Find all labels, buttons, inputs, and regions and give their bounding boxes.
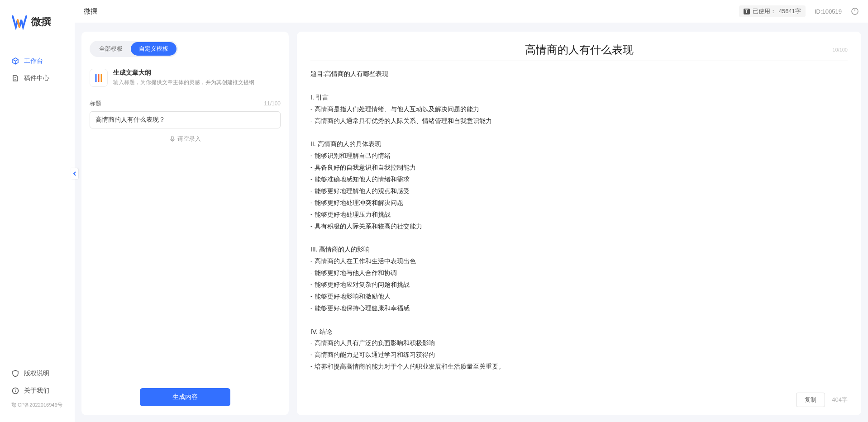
left-panel: 全部模板 自定义模板 生成文章大纲 输入标题，为你提供文章主体的灵感，并为其创建… <box>81 32 289 415</box>
voice-input-button[interactable]: 请空录入 <box>90 128 281 149</box>
form-label-row: 标题 11/100 <box>90 100 281 108</box>
title-input[interactable] <box>90 111 281 128</box>
main: 全部模板 自定义模板 生成文章大纲 输入标题，为你提供文章主体的灵感，并为其创建… <box>81 32 861 415</box>
svg-rect-2 <box>172 136 173 140</box>
power-button[interactable] <box>851 7 859 15</box>
logo-text: 微撰 <box>31 15 51 28</box>
footer-copyright[interactable]: 版权说明 <box>0 365 75 382</box>
divider <box>310 61 848 61</box>
right-panel: 高情商的人有什么表现 10/100 题目:高情商的人有哪些表现 I. 引言 - … <box>297 32 861 415</box>
nav-item-label: 工作台 <box>24 57 43 65</box>
tab-custom-templates[interactable]: 自定义模板 <box>131 42 176 56</box>
sidebar: 微撰 工作台 稿件中心 版权说明 关于我们 鄂ICP备2 <box>0 0 75 422</box>
sidebar-collapse-handle[interactable] <box>71 168 78 179</box>
word-count: 404字 <box>832 396 848 404</box>
header: 微撰 T 已使用： 45641字 ID:100519 <box>75 0 868 23</box>
usage-value: 45641字 <box>779 7 801 15</box>
header-title: 微撰 <box>84 7 97 16</box>
logo-icon <box>11 14 28 30</box>
footer-about[interactable]: 关于我们 <box>0 382 75 399</box>
shield-icon <box>11 370 19 378</box>
chevron-left-icon <box>72 171 77 176</box>
info-icon <box>11 387 19 395</box>
nav-item-workspace[interactable]: 工作台 <box>0 52 75 70</box>
generate-button[interactable]: 生成内容 <box>140 388 230 406</box>
template-desc: 输入标题，为你提供文章主体的灵感，并为其创建推文提纲 <box>113 79 281 86</box>
nav-item-label: 稿件中心 <box>24 74 49 82</box>
content-title-row: 高情商的人有什么表现 10/100 <box>310 43 848 57</box>
tabs: 全部模板 自定义模板 <box>90 41 178 57</box>
form-section: 标题 11/100 请空录入 <box>90 100 281 388</box>
copy-button[interactable]: 复制 <box>796 393 825 407</box>
form-label: 标题 <box>90 100 101 108</box>
logo: 微撰 <box>0 0 75 43</box>
footer-link-label: 关于我们 <box>24 387 49 395</box>
template-card[interactable]: 生成文章大纲 输入标题，为你提供文章主体的灵感，并为其创建推文提纲 <box>90 65 281 90</box>
header-right: T 已使用： 45641字 ID:100519 <box>739 5 859 17</box>
usage-badge[interactable]: T 已使用： 45641字 <box>739 5 806 17</box>
voice-input-label: 请空录入 <box>177 135 201 143</box>
template-icon <box>90 69 108 87</box>
sidebar-bottom: 版权说明 关于我们 鄂ICP备2022016946号 <box>0 365 75 422</box>
cube-icon <box>11 57 19 65</box>
footer-link-label: 版权说明 <box>24 370 49 378</box>
nav-item-drafts[interactable]: 稿件中心 <box>0 70 75 87</box>
text-icon: T <box>744 9 750 14</box>
content-body[interactable]: 题目:高情商的人有哪些表现 I. 引言 - 高情商是指人们处理情绪、与他人互动以… <box>310 68 848 387</box>
microphone-icon <box>169 136 176 142</box>
user-id: ID:100519 <box>815 8 842 15</box>
document-icon <box>11 74 19 82</box>
icp-text: 鄂ICP备2022016946号 <box>0 399 75 413</box>
template-title: 生成文章大纲 <box>113 69 281 77</box>
power-icon <box>851 7 859 15</box>
form-counter: 11/100 <box>264 100 281 107</box>
usage-label: 已使用： <box>753 7 776 15</box>
nav-items: 工作台 稿件中心 <box>0 43 75 365</box>
content-footer: 复制 404字 <box>310 387 848 407</box>
content-title-counter: 10/100 <box>832 47 848 52</box>
content-title[interactable]: 高情商的人有什么表现 <box>310 43 848 57</box>
template-info: 生成文章大纲 输入标题，为你提供文章主体的灵感，并为其创建推文提纲 <box>113 69 281 87</box>
tab-all-templates[interactable]: 全部模板 <box>91 42 131 56</box>
